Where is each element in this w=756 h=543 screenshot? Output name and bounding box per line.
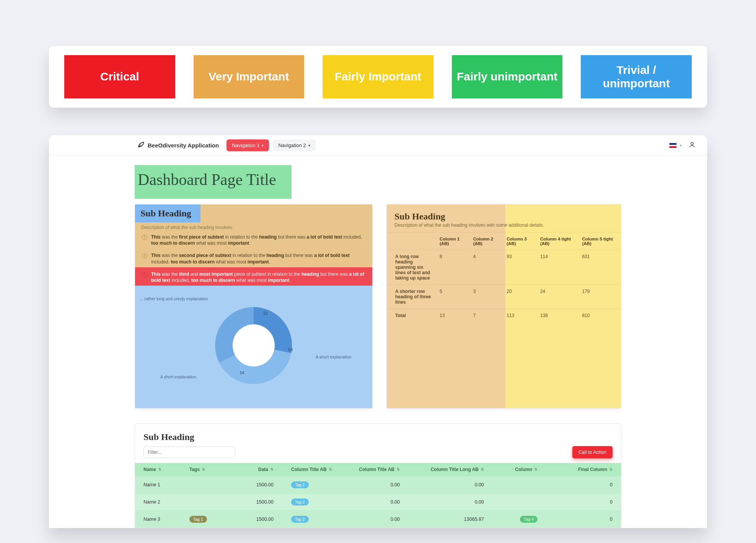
- col-ab2[interactable]: Column Title AB⇅: [339, 467, 400, 472]
- nav-item-2[interactable]: Navigation 2 ▾: [273, 139, 315, 151]
- card-bottom: Sub Heading Call to Action Name⇅ Tags⇅ D…: [135, 423, 621, 528]
- row-heading: A shorter row heading of three lines: [387, 285, 437, 309]
- page-title: Dashboard Page Title: [135, 165, 292, 199]
- bottom-sub-heading: Sub Heading: [135, 424, 621, 446]
- col-3: Column 3 (AB): [503, 233, 537, 250]
- flag-uk-icon: [669, 143, 677, 148]
- svg-text:22: 22: [263, 311, 268, 316]
- card-left: Sub Heading Description of what the sub …: [135, 204, 373, 409]
- col-long[interactable]: Column Title Long AB⇅: [400, 467, 484, 472]
- cell-ab2: 0.00: [339, 499, 400, 505]
- col-rowhead: [387, 233, 437, 250]
- card-right: Sub Heading Description of what the sub …: [386, 204, 621, 409]
- filter-input[interactable]: [143, 447, 235, 458]
- leaf-icon: [137, 141, 145, 150]
- col-1: Column 1 (AB): [437, 233, 470, 250]
- cell-tags: [189, 481, 235, 488]
- info-bullet-2-text: This was the second piece of subtext in …: [151, 252, 365, 265]
- svg-point-2: [233, 324, 275, 366]
- info-bullet-3-critical: This was the third and most important pi…: [135, 267, 372, 286]
- col-col[interactable]: Column⇅: [484, 467, 538, 472]
- left-description: Description of what the sub heading invo…: [135, 222, 372, 230]
- col-data[interactable]: Data⇅: [235, 467, 274, 472]
- cell-ab1: Tag 2: [274, 499, 339, 505]
- nav-item-1-label: Navigation 1: [232, 142, 259, 148]
- row-heading: A long row heading spanning six lines of…: [387, 250, 437, 285]
- cell-name: Name 2: [143, 499, 189, 505]
- col-name[interactable]: Name⇅: [143, 467, 189, 472]
- col-5: Column 5 tight (AB): [579, 233, 621, 250]
- page-body: Dashboard Page Title Sub Heading Descrip…: [49, 156, 707, 528]
- cell-name: Name 1: [143, 481, 189, 488]
- info-bullet-1-text: This was the first piece of subtext in r…: [151, 234, 365, 246]
- alert-icon: [142, 253, 147, 258]
- alert-icon: [142, 235, 147, 240]
- cell-name: Name 3: [143, 516, 189, 523]
- tag: Tag 2: [291, 481, 309, 488]
- data-table-header: Name⇅ Tags⇅ Data⇅ Column Title AB⇅ Colum…: [135, 463, 621, 476]
- user-menu[interactable]: [689, 141, 696, 149]
- sort-icon: ⇅: [158, 468, 161, 471]
- legend-trivial: Trivial / unimportant: [581, 55, 692, 98]
- sort-icon: ⇅: [329, 468, 332, 471]
- data-row[interactable]: Name 3 Tag 1 1500.00 Tag 2 0.00 13065.87…: [135, 510, 621, 528]
- cell-final: 0: [538, 516, 613, 523]
- topbar: BeeOdiversity Application Navigation 1 ▾…: [49, 135, 707, 156]
- right-sub-heading: Sub Heading: [387, 204, 621, 222]
- cell-col: [484, 481, 538, 488]
- left-sub-heading: Sub Heading: [135, 204, 200, 222]
- chart-label-3: A short explanation: [160, 375, 196, 379]
- nav-item-1[interactable]: Navigation 1 ▾: [226, 139, 269, 151]
- chart-label-1: ... rather long and unruly explanation: [140, 296, 208, 301]
- table-row-total: Total 13 7 113 138 810: [387, 309, 621, 322]
- table-row: A long row heading spanning six lines of…: [387, 250, 621, 285]
- cell-long: 0.00: [400, 481, 484, 488]
- brand-name: BeeOdiversity Application: [148, 142, 219, 149]
- cell-data: 1500.00: [235, 516, 274, 523]
- cell-final: 0: [538, 481, 613, 488]
- legend-very-important: Very Important: [194, 55, 305, 98]
- tag: Tag 2: [291, 516, 309, 523]
- sort-icon: ⇅: [202, 468, 205, 471]
- cell-data: 1500.00: [235, 481, 274, 488]
- data-row[interactable]: Name 2 1500.00 Tag 2 0.00 0.00 0: [135, 493, 621, 510]
- info-bullet-3-text: This was the third and most important pi…: [151, 271, 365, 283]
- cell-data: 1500.00: [235, 499, 274, 505]
- info-bullet-1: This was the first piece of subtext in r…: [135, 230, 372, 249]
- svg-point-0: [691, 142, 693, 145]
- chevron-down-icon: ▾: [680, 144, 682, 147]
- cell-ab2: 0.00: [339, 481, 400, 488]
- col-tags[interactable]: Tags⇅: [189, 467, 235, 472]
- row-heading: Total: [387, 309, 437, 322]
- language-selector[interactable]: ▾: [669, 143, 682, 148]
- cell-final: 0: [538, 499, 613, 505]
- svg-text:53: 53: [288, 347, 293, 352]
- cell-tags: Tag 1: [189, 516, 235, 523]
- tag: Tag 1: [189, 516, 207, 523]
- chevron-down-icon: ▾: [262, 144, 264, 147]
- tag: Tag 4: [520, 516, 538, 523]
- col-2: Column 2 (AB): [470, 233, 504, 250]
- sort-icon: ⇅: [481, 468, 484, 471]
- legend-critical: Critical: [64, 55, 175, 98]
- legend-card: Critical Very Important Fairly Important…: [49, 46, 707, 108]
- legend-fairly-unimportant: Fairly unimportant: [452, 55, 563, 98]
- table-header-row: Column 1 (AB) Column 2 (AB) Column 3 (AB…: [387, 233, 621, 250]
- alert-icon: [142, 272, 147, 277]
- chart-label-2: A short explanation: [316, 355, 352, 359]
- cell-col: [484, 499, 538, 505]
- cell-long: 13065.87: [400, 516, 484, 523]
- col-final[interactable]: Final Column⇅: [538, 467, 613, 472]
- cell-ab2: 0.00: [339, 516, 400, 523]
- brand: BeeOdiversity Application: [137, 141, 219, 150]
- col-ab1[interactable]: Column Title AB⇅: [274, 467, 339, 472]
- svg-text:14: 14: [240, 370, 244, 375]
- right-description: Description of what the sub heading invo…: [387, 222, 621, 232]
- cell-long: 0.00: [400, 499, 484, 505]
- data-row[interactable]: Name 1 1500.00 Tag 2 0.00 0.00 0: [135, 476, 621, 493]
- cell-ab1: Tag 2: [274, 516, 339, 523]
- user-icon: [689, 141, 696, 148]
- call-to-action-button[interactable]: Call to Action: [572, 446, 613, 458]
- donut-chart: 22 53 14 ... rather long and unruly expl…: [135, 286, 372, 408]
- cell-col: Tag 4: [484, 516, 538, 523]
